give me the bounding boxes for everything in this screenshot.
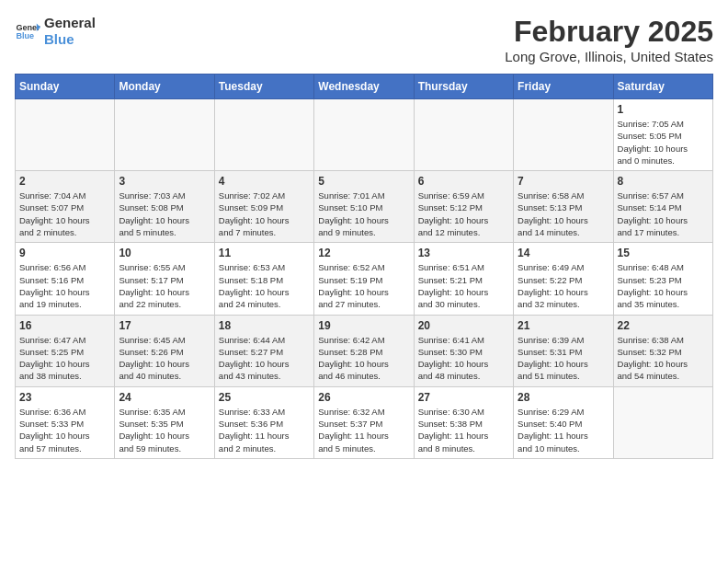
day-info: Sunrise: 6:51 AMSunset: 5:21 PMDaylight:…	[418, 261, 509, 310]
day-info: Sunrise: 7:03 AMSunset: 5:08 PMDaylight:…	[119, 190, 210, 238]
weekday-header-wednesday: Wednesday	[314, 75, 414, 99]
day-info: Sunrise: 6:45 AMSunset: 5:26 PMDaylight:…	[119, 334, 210, 383]
day-info: Sunrise: 6:32 AMSunset: 5:37 PMDaylight:…	[318, 406, 409, 454]
calendar-cell: 6Sunrise: 6:59 AMSunset: 5:12 PMDaylight…	[414, 171, 513, 243]
calendar-cell: 15Sunrise: 6:48 AMSunset: 5:23 PMDayligh…	[613, 243, 712, 315]
day-info: Sunrise: 7:02 AMSunset: 5:09 PMDaylight:…	[219, 190, 310, 238]
calendar-cell: 27Sunrise: 6:30 AMSunset: 5:38 PMDayligh…	[414, 386, 513, 458]
day-info: Sunrise: 6:39 AMSunset: 5:31 PMDaylight:…	[518, 334, 609, 383]
day-number: 3	[119, 175, 210, 188]
day-info: Sunrise: 6:30 AMSunset: 5:38 PMDaylight:…	[418, 406, 509, 454]
day-info: Sunrise: 6:36 AMSunset: 5:33 PMDaylight:…	[19, 406, 110, 454]
page-header: General Blue General Blue February 2025 …	[15, 15, 713, 64]
day-info: Sunrise: 6:53 AMSunset: 5:18 PMDaylight:…	[219, 261, 310, 310]
calendar-week-2: 2Sunrise: 7:04 AMSunset: 5:07 PMDaylight…	[16, 171, 713, 243]
calendar-cell: 13Sunrise: 6:51 AMSunset: 5:21 PMDayligh…	[414, 243, 513, 315]
calendar-cell: 8Sunrise: 6:57 AMSunset: 5:14 PMDaylight…	[613, 171, 712, 243]
weekday-header-friday: Friday	[514, 75, 613, 99]
weekday-header-tuesday: Tuesday	[214, 75, 313, 99]
day-number: 17	[119, 319, 210, 332]
calendar-week-3: 9Sunrise: 6:56 AMSunset: 5:16 PMDaylight…	[16, 243, 713, 315]
day-info: Sunrise: 6:44 AMSunset: 5:27 PMDaylight:…	[219, 334, 310, 383]
day-number: 8	[618, 175, 709, 188]
day-number: 19	[318, 319, 409, 332]
calendar-cell	[214, 99, 313, 171]
day-info: Sunrise: 6:33 AMSunset: 5:36 PMDaylight:…	[219, 406, 310, 454]
day-info: Sunrise: 6:59 AMSunset: 5:12 PMDaylight:…	[418, 190, 509, 238]
logo: General Blue General Blue	[15, 15, 96, 48]
day-info: Sunrise: 6:48 AMSunset: 5:23 PMDaylight:…	[618, 261, 709, 310]
day-info: Sunrise: 6:38 AMSunset: 5:32 PMDaylight:…	[618, 334, 709, 383]
day-number: 21	[518, 319, 609, 332]
day-number: 16	[19, 319, 110, 332]
day-info: Sunrise: 6:47 AMSunset: 5:25 PMDaylight:…	[19, 334, 110, 383]
calendar-cell: 11Sunrise: 6:53 AMSunset: 5:18 PMDayligh…	[214, 243, 313, 315]
day-number: 24	[119, 391, 210, 404]
calendar-cell: 20Sunrise: 6:41 AMSunset: 5:30 PMDayligh…	[414, 315, 513, 386]
calendar-cell: 10Sunrise: 6:55 AMSunset: 5:17 PMDayligh…	[115, 243, 214, 315]
day-number: 7	[518, 175, 609, 188]
calendar-cell: 19Sunrise: 6:42 AMSunset: 5:28 PMDayligh…	[314, 315, 414, 386]
calendar-cell: 26Sunrise: 6:32 AMSunset: 5:37 PMDayligh…	[314, 386, 414, 458]
day-number: 28	[518, 391, 609, 404]
calendar-cell: 3Sunrise: 7:03 AMSunset: 5:08 PMDaylight…	[115, 171, 214, 243]
day-info: Sunrise: 6:35 AMSunset: 5:35 PMDaylight:…	[119, 406, 210, 454]
day-number: 4	[219, 175, 310, 188]
day-number: 23	[19, 391, 110, 404]
page-subtitle: Long Grove, Illinois, United States	[505, 49, 713, 64]
day-number: 10	[119, 247, 210, 259]
day-number: 2	[19, 175, 110, 188]
day-info: Sunrise: 6:29 AMSunset: 5:40 PMDaylight:…	[518, 406, 609, 454]
day-info: Sunrise: 7:01 AMSunset: 5:10 PMDaylight:…	[318, 190, 409, 238]
day-number: 13	[418, 247, 509, 259]
calendar-cell: 28Sunrise: 6:29 AMSunset: 5:40 PMDayligh…	[514, 386, 613, 458]
calendar-cell: 17Sunrise: 6:45 AMSunset: 5:26 PMDayligh…	[115, 315, 214, 386]
day-number: 22	[618, 319, 709, 332]
page-title: February 2025	[505, 15, 713, 49]
day-info: Sunrise: 6:42 AMSunset: 5:28 PMDaylight:…	[318, 334, 409, 383]
calendar-cell: 22Sunrise: 6:38 AMSunset: 5:32 PMDayligh…	[613, 315, 712, 386]
day-number: 25	[219, 391, 310, 404]
day-info: Sunrise: 6:55 AMSunset: 5:17 PMDaylight:…	[119, 261, 210, 310]
calendar-cell	[16, 99, 115, 171]
day-number: 1	[618, 103, 709, 116]
day-number: 20	[418, 319, 509, 332]
day-info: Sunrise: 6:52 AMSunset: 5:19 PMDaylight:…	[318, 261, 409, 310]
day-info: Sunrise: 6:57 AMSunset: 5:14 PMDaylight:…	[618, 190, 709, 238]
calendar-cell: 5Sunrise: 7:01 AMSunset: 5:10 PMDaylight…	[314, 171, 414, 243]
calendar-cell: 14Sunrise: 6:49 AMSunset: 5:22 PMDayligh…	[514, 243, 613, 315]
day-info: Sunrise: 7:04 AMSunset: 5:07 PMDaylight:…	[19, 190, 110, 238]
calendar-cell: 9Sunrise: 6:56 AMSunset: 5:16 PMDaylight…	[16, 243, 115, 315]
day-number: 14	[518, 247, 609, 259]
calendar-cell	[115, 99, 214, 171]
calendar-cell: 25Sunrise: 6:33 AMSunset: 5:36 PMDayligh…	[214, 386, 313, 458]
day-info: Sunrise: 6:49 AMSunset: 5:22 PMDaylight:…	[518, 261, 609, 310]
calendar-cell	[414, 99, 513, 171]
weekday-header-saturday: Saturday	[613, 75, 712, 99]
day-number: 6	[418, 175, 509, 188]
day-number: 9	[19, 247, 110, 259]
calendar-cell: 4Sunrise: 7:02 AMSunset: 5:09 PMDaylight…	[214, 171, 313, 243]
day-number: 15	[618, 247, 709, 259]
day-info: Sunrise: 7:05 AMSunset: 5:05 PMDaylight:…	[618, 118, 709, 167]
logo-icon: General Blue	[15, 18, 40, 44]
day-info: Sunrise: 6:58 AMSunset: 5:13 PMDaylight:…	[518, 190, 609, 238]
weekday-header-row: SundayMondayTuesdayWednesdayThursdayFrid…	[16, 75, 713, 99]
weekday-header-monday: Monday	[115, 75, 214, 99]
calendar-cell: 1Sunrise: 7:05 AMSunset: 5:05 PMDaylight…	[613, 99, 712, 171]
calendar-cell	[314, 99, 414, 171]
calendar-cell: 12Sunrise: 6:52 AMSunset: 5:19 PMDayligh…	[314, 243, 414, 315]
calendar-cell: 23Sunrise: 6:36 AMSunset: 5:33 PMDayligh…	[16, 386, 115, 458]
day-number: 26	[318, 391, 409, 404]
logo-text: General Blue	[44, 15, 96, 48]
day-info: Sunrise: 6:41 AMSunset: 5:30 PMDaylight:…	[418, 334, 509, 383]
calendar-cell: 2Sunrise: 7:04 AMSunset: 5:07 PMDaylight…	[16, 171, 115, 243]
weekday-header-sunday: Sunday	[16, 75, 115, 99]
calendar-table: SundayMondayTuesdayWednesdayThursdayFrid…	[15, 74, 713, 459]
calendar-cell: 24Sunrise: 6:35 AMSunset: 5:35 PMDayligh…	[115, 386, 214, 458]
day-number: 18	[219, 319, 310, 332]
calendar-cell: 16Sunrise: 6:47 AMSunset: 5:25 PMDayligh…	[16, 315, 115, 386]
calendar-cell: 21Sunrise: 6:39 AMSunset: 5:31 PMDayligh…	[514, 315, 613, 386]
day-number: 12	[318, 247, 409, 259]
calendar-cell: 18Sunrise: 6:44 AMSunset: 5:27 PMDayligh…	[214, 315, 313, 386]
